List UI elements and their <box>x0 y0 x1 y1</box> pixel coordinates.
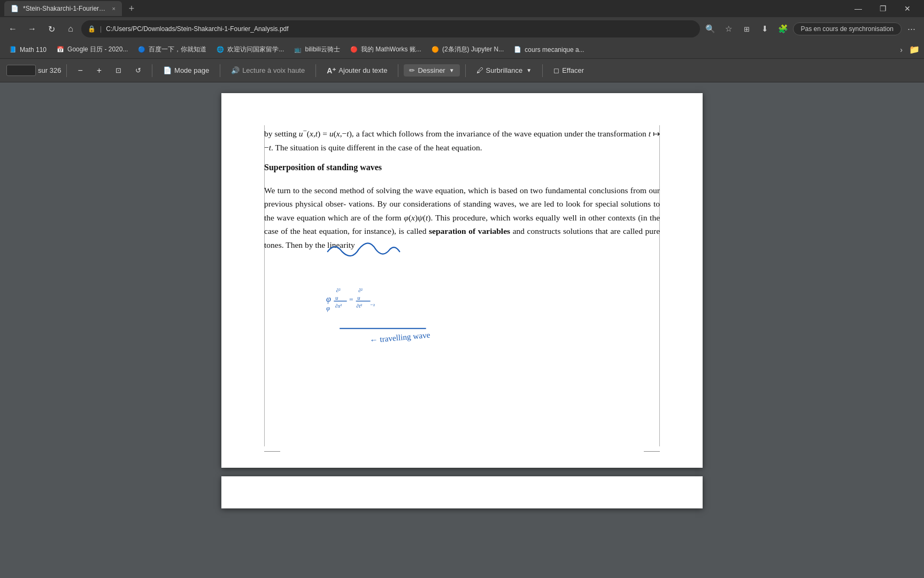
bookmark-math110-icon: 📘 <box>9 45 17 54</box>
titlebar: 📄 *Stein-Shakarchi-1-Fourier_Anal... × +… <box>0 0 924 17</box>
close-button[interactable]: ✕ <box>895 0 920 17</box>
bookmark-google-cal-label: Google 日历 - 2020... <box>67 45 128 54</box>
bookmark-google-cal-icon: 📅 <box>56 45 65 54</box>
pdf-page: by setting u−(x,t) = u(x,−t), a fact whi… <box>221 93 703 468</box>
cursor-line-right <box>659 125 660 446</box>
address-path: C:/Users/PC/Downloads/Stein-Shakarchi-1-… <box>106 25 288 33</box>
svg-text:φ: φ <box>326 294 331 304</box>
navbar: ← → ↻ ⌂ 🔒 | C:/Users/PC/Downloads/Stein-… <box>0 17 924 41</box>
toolbar-separator-5 <box>398 64 398 77</box>
bookmark-liuxue-label: 欢迎访问国家留学... <box>227 45 284 54</box>
fit-page-button[interactable]: ⊡ <box>110 64 127 77</box>
svg-text:u: u <box>335 294 338 301</box>
page-divider-bottom-left <box>264 451 280 452</box>
bookmarks-bar: 📘 Math 110 📅 Google 日历 - 2020... 🔵 百度一下，… <box>0 41 924 59</box>
bookmarks-more-button[interactable]: › <box>897 44 906 55</box>
highlight-button[interactable]: 🖊 Surbrillance ▼ <box>471 64 537 77</box>
draw-button[interactable]: ✏ Dessiner ▼ <box>404 64 459 77</box>
svg-text:∂x²: ∂x² <box>335 303 342 309</box>
cursor-line-left <box>264 125 265 446</box>
refresh-button[interactable]: ↻ <box>43 20 60 37</box>
bookmark-cours[interactable]: 📄 cours mecanique a... <box>509 44 588 56</box>
pdf-page-next <box>221 476 703 508</box>
pdf-text-content: by setting u−(x,t) = u(x,−t), a fact whi… <box>264 125 660 252</box>
fit-page-icon: ⊡ <box>116 66 121 74</box>
toolbar-separator-4 <box>315 64 316 77</box>
add-text-button[interactable]: A⁺ Ajouter du texte <box>321 64 392 77</box>
highlight-icon: 🖊 <box>476 66 483 74</box>
extensions-icon-btn[interactable]: 🧩 <box>775 20 792 37</box>
home-button[interactable]: ⌂ <box>62 20 79 37</box>
lock-icon: 🔒 <box>88 25 96 33</box>
draw-icon: ✏ <box>409 66 415 74</box>
address-bar[interactable]: 🔒 | C:/Users/PC/Downloads/Stein-Shakarch… <box>81 20 700 37</box>
pdf-toolbar: sur 326 − + ⊡ ↺ 📄 Mode page 🔊 Lecture à … <box>0 59 924 82</box>
svg-text:=: = <box>349 295 353 303</box>
page-total-label: sur 326 <box>38 66 61 74</box>
add-text-label: Ajouter du texte <box>338 66 387 74</box>
forward-button[interactable]: → <box>24 20 41 37</box>
pdf-viewer[interactable]: by setting u−(x,t) = u(x,−t), a fact whi… <box>0 82 924 578</box>
tab-compare-icon-btn[interactable]: ⊞ <box>738 20 756 37</box>
rotate-icon: ↺ <box>135 66 141 74</box>
bookmark-bilibili-icon: 📺 <box>294 45 302 54</box>
tab-close-button[interactable]: × <box>112 5 116 12</box>
bookmark-baidu-label: 百度一下，你就知道 <box>149 45 206 54</box>
toolbar-separator-1 <box>66 64 67 77</box>
favorites-icon-btn[interactable]: ☆ <box>720 20 737 37</box>
bookmarks-folder-button[interactable]: 📁 <box>909 44 920 55</box>
mode-page-button[interactable]: 📄 Mode page <box>158 64 214 77</box>
section-title: Superposition of standing waves <box>264 161 660 174</box>
read-aloud-button[interactable]: 🔊 Lecture à voix haute <box>226 64 310 77</box>
svg-text:∂²: ∂² <box>336 287 341 293</box>
search-icon-btn[interactable]: 🔍 <box>702 20 719 37</box>
bookmark-liuxue[interactable]: 🌐 欢迎访问国家留学... <box>212 43 288 56</box>
erase-button[interactable]: ◻ Effacer <box>548 64 589 77</box>
new-tab-button[interactable]: + <box>124 1 139 16</box>
active-tab[interactable]: 📄 *Stein-Shakarchi-1-Fourier_Anal... × <box>4 1 122 16</box>
svg-text:∂²: ∂² <box>358 287 363 293</box>
bookmark-baidu-icon: 🔵 <box>137 45 146 54</box>
toolbar-separator-6 <box>465 64 466 77</box>
bookmark-jupyter-icon: 🟠 <box>431 45 440 54</box>
bookmark-jupyter-label: (2条消息) Jupyter N... <box>442 45 504 54</box>
zoom-in-icon: + <box>97 66 102 75</box>
bookmark-liuxue-icon: 🌐 <box>216 45 225 54</box>
page-number-input[interactable] <box>6 65 36 76</box>
toolbar-separator-7 <box>542 64 543 77</box>
erase-label: Effacer <box>562 66 584 74</box>
bookmark-bilibili[interactable]: 📺 bilibili云骑士 <box>289 43 344 56</box>
rotate-button[interactable]: ↺ <box>130 64 147 77</box>
pdf-body-paragraph: We turn to the second method of solving … <box>264 184 660 252</box>
draw-dropdown-icon[interactable]: ▼ <box>449 67 455 73</box>
bookmark-mathworks[interactable]: 🔴 我的 MathWorks 账... <box>345 43 426 56</box>
bookmark-math110[interactable]: 📘 Math 110 <box>4 44 51 56</box>
erase-icon: ◻ <box>553 66 559 74</box>
svg-text:⁻²: ⁻² <box>370 302 375 309</box>
nav-right-icons: 🔍 ☆ ⊞ ⬇ 🧩 Pas en cours de synchronisatio… <box>702 20 920 37</box>
address-sep: | <box>100 25 102 33</box>
bookmark-mathworks-icon: 🔴 <box>350 45 358 54</box>
sync-button[interactable]: Pas en cours de synchronisation <box>793 22 902 35</box>
svg-text:← travelling wave: ← travelling wave <box>369 330 430 345</box>
svg-text:u: u <box>357 294 360 301</box>
toolbar-separator-2 <box>152 64 152 77</box>
minimize-button[interactable]: — <box>846 0 871 17</box>
zoom-in-button[interactable]: + <box>91 64 107 78</box>
restore-button[interactable]: ❐ <box>871 0 895 17</box>
tab-favicon: 📄 <box>11 5 19 12</box>
zoom-out-icon: − <box>78 66 82 75</box>
zoom-out-button[interactable]: − <box>72 64 88 78</box>
read-aloud-label: Lecture à voix haute <box>242 66 305 74</box>
bookmark-google-cal[interactable]: 📅 Google 日历 - 2020... <box>52 43 132 56</box>
svg-text:φ: φ <box>326 305 330 312</box>
highlight-dropdown-icon[interactable]: ▼ <box>526 67 532 73</box>
bookmark-bilibili-label: bilibili云骑士 <box>305 45 340 54</box>
more-menu-button[interactable]: ⋯ <box>903 20 920 37</box>
bookmark-baidu[interactable]: 🔵 百度一下，你就知道 <box>133 43 211 56</box>
pdf-intro-paragraph: by setting u−(x,t) = u(x,−t), a fact whi… <box>264 125 660 154</box>
back-button[interactable]: ← <box>4 20 21 37</box>
read-aloud-icon: 🔊 <box>231 66 240 74</box>
bookmark-jupyter[interactable]: 🟠 (2条消息) Jupyter N... <box>427 43 508 56</box>
downloads-icon-btn[interactable]: ⬇ <box>757 20 774 37</box>
